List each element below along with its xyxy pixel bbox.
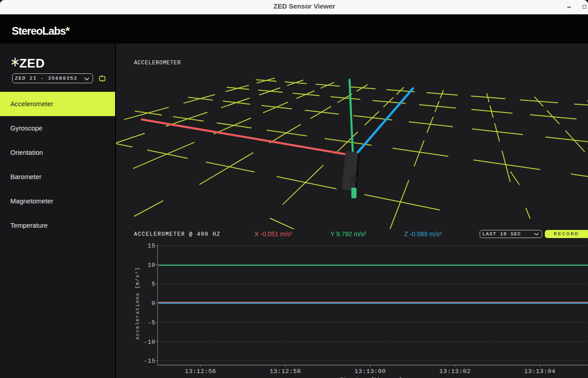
svg-text:13:12:56: 13:12:56	[185, 368, 216, 375]
svg-text:-15: -15	[144, 358, 156, 364]
svg-text:10: 10	[147, 262, 156, 269]
svg-text:-10: -10	[144, 339, 156, 346]
svg-text:13:13:02: 13:13:02	[439, 368, 471, 375]
svg-text:13:13:04: 13:13:04	[524, 368, 556, 375]
svg-text:0: 0	[151, 300, 156, 307]
svg-text:13:12:58: 13:12:58	[270, 368, 301, 375]
svg-text:Accelerations [m/s²]: Accelerations [m/s²]	[135, 267, 140, 340]
svg-text:Timestamp [hh:mm:ss]: Timestamp [hh:mm:ss]	[340, 377, 402, 378]
svg-text:13:13:00: 13:13:00	[355, 368, 386, 375]
svg-text:-5: -5	[147, 320, 156, 326]
svg-text:5: 5	[151, 281, 156, 288]
svg-text:15: 15	[147, 243, 156, 249]
